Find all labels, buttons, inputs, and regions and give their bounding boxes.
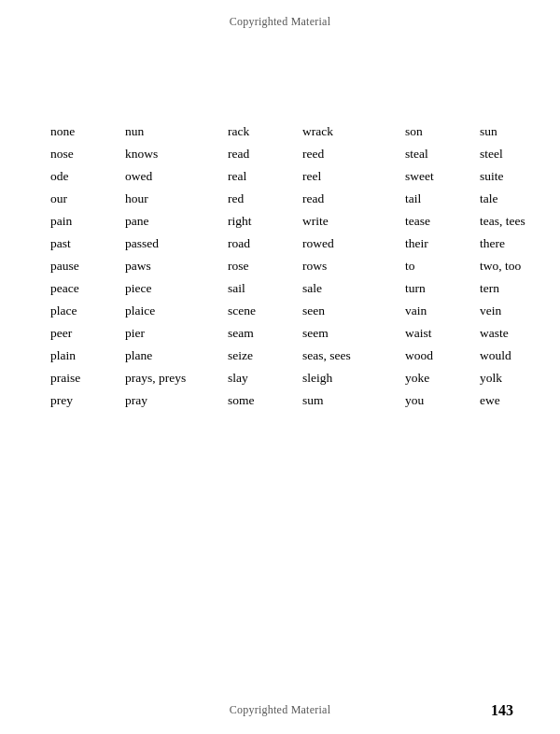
table-cell: rowed [299, 234, 401, 253]
table-cell: tail [401, 190, 476, 208]
table-cell: sweet [401, 167, 476, 186]
table-cell: there [476, 234, 560, 253]
table-cell: praise [47, 369, 121, 388]
table-cell: write [299, 212, 401, 231]
table-cell: read [299, 190, 401, 208]
table-cell: tern [476, 279, 560, 298]
table-cell: tale [476, 190, 560, 208]
table-cell: two, too [476, 257, 560, 275]
table-cell: wrack [299, 122, 401, 141]
table-cell: knows [121, 145, 224, 163]
table-cell: scene [224, 302, 299, 320]
table-cell: would [476, 346, 560, 365]
footer: Copyrighted Material 143 [0, 703, 560, 717]
table-cell: right [224, 212, 299, 231]
table-cell: steel [476, 145, 560, 163]
table-cell: ewe [476, 391, 560, 410]
table-cell: tease [401, 212, 476, 231]
table-cell: turn [401, 279, 476, 298]
table-cell: none [47, 122, 121, 141]
table-cell: peace [47, 279, 121, 298]
table-cell: sale [299, 279, 401, 298]
table-cell: sail [224, 279, 299, 298]
table-cell: past [47, 234, 121, 253]
table-cell: sum [299, 391, 401, 410]
table-cell: yoke [401, 369, 476, 388]
table-cell: pier [121, 324, 224, 343]
table-cell: pain [47, 212, 121, 231]
page-number: 143 [491, 702, 513, 719]
table-cell: prey [47, 391, 121, 410]
table-cell: seen [299, 302, 401, 320]
table-cell: seam [224, 324, 299, 343]
table-cell: vain [401, 302, 476, 320]
table-cell: paws [121, 257, 224, 275]
table-cell: nose [47, 145, 121, 163]
table-cell: plain [47, 346, 121, 365]
table-cell: son [401, 122, 476, 141]
table-cell: pause [47, 257, 121, 275]
table-cell: teas, tees [476, 212, 560, 231]
word-table: nonenunrackwracksonsunnoseknowsreadreeds… [0, 122, 560, 410]
table-cell: rows [299, 257, 401, 275]
table-cell: yolk [476, 369, 560, 388]
table-cell: suite [476, 167, 560, 186]
table-cell: hour [121, 190, 224, 208]
table-cell: piece [121, 279, 224, 298]
table-cell: ode [47, 167, 121, 186]
table-cell: their [401, 234, 476, 253]
table-cell: rose [224, 257, 299, 275]
table-cell: waist [401, 324, 476, 343]
table-cell: red [224, 190, 299, 208]
table-cell: plaice [121, 302, 224, 320]
table-cell: our [47, 190, 121, 208]
table-cell: peer [47, 324, 121, 343]
table-cell: pane [121, 212, 224, 231]
table-cell: sleigh [299, 369, 401, 388]
table-cell: sun [476, 122, 560, 141]
table-cell: some [224, 391, 299, 410]
table-cell: owed [121, 167, 224, 186]
table-cell: to [401, 257, 476, 275]
table-cell: plane [121, 346, 224, 365]
footer-watermark: Copyrighted Material [47, 703, 513, 717]
table-cell: real [224, 167, 299, 186]
table-cell: reed [299, 145, 401, 163]
table-cell: prays, preys [121, 369, 224, 388]
table-cell: nun [121, 122, 224, 141]
table-cell: wood [401, 346, 476, 365]
table-cell: seem [299, 324, 401, 343]
table-cell: waste [476, 324, 560, 343]
table-cell: read [224, 145, 299, 163]
table-cell: seas, sees [299, 346, 401, 365]
table-cell: vein [476, 302, 560, 320]
table-cell: you [401, 391, 476, 410]
table-cell: passed [121, 234, 224, 253]
table-cell: rack [224, 122, 299, 141]
table-cell: seize [224, 346, 299, 365]
table-cell: road [224, 234, 299, 253]
table-cell: pray [121, 391, 224, 410]
table-cell: steal [401, 145, 476, 163]
table-cell: slay [224, 369, 299, 388]
table-cell: place [47, 302, 121, 320]
table-cell: reel [299, 167, 401, 186]
header-watermark: Copyrighted Material [0, 0, 560, 29]
